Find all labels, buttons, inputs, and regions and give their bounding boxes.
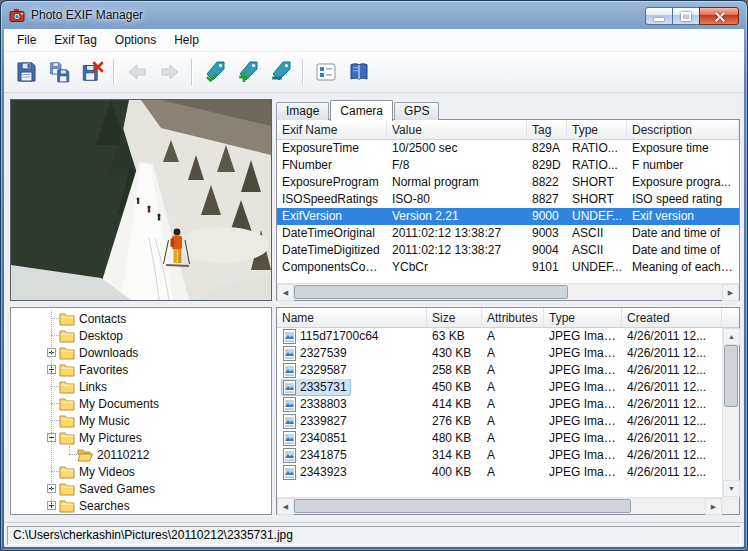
exif-cell-value: Normal program (387, 174, 527, 191)
tree-item-my-documents[interactable]: My Documents (11, 395, 271, 412)
undo-button[interactable] (120, 56, 153, 88)
exif-column-exif-name[interactable]: Exif Name (277, 120, 387, 139)
file-row[interactable]: 2341875314 KBAJPEG Image4/26/2011 12... (277, 447, 739, 464)
edit-tag-button[interactable] (198, 56, 231, 88)
folder-icon (59, 397, 75, 411)
file-row[interactable]: 115d71700c6463 KBAJPEG Image4/26/2011 12… (277, 328, 739, 345)
file-row[interactable]: 2327539430 KBAJPEG Image4/26/2011 12... (277, 345, 739, 362)
scrollbar-thumb[interactable] (294, 499, 631, 513)
tab-camera[interactable]: Camera (330, 100, 393, 121)
arrow-down-icon: ▼ (728, 485, 735, 492)
close-button[interactable] (699, 7, 739, 25)
exif-column-tag[interactable]: Tag (527, 120, 567, 139)
tab-gps[interactable]: GPS (394, 102, 439, 120)
exif-row[interactable]: FNumberF/8829DRATIO...F number (277, 157, 739, 174)
scrollbar-thumb[interactable] (724, 345, 738, 407)
file-column-attributes[interactable]: Attributes (482, 308, 544, 327)
file-row[interactable]: 2335731450 KBAJPEG Image4/26/2011 12... (277, 379, 739, 396)
help-book-button[interactable] (342, 56, 375, 88)
exif-cell-description: Exif version (627, 208, 739, 225)
remove-tag-button[interactable] (264, 56, 297, 88)
exif-horizontal-scrollbar[interactable]: ◀ ▶ (277, 283, 739, 300)
tree-item-my-pictures[interactable]: My Pictures (11, 429, 271, 446)
copy-exif-icon (47, 60, 71, 84)
viewer-button[interactable] (309, 56, 342, 88)
undo-icon (125, 60, 149, 84)
tree-item-my-music[interactable]: My Music (11, 412, 271, 429)
file-vertical-scrollbar[interactable]: ▲ ▼ (722, 328, 739, 497)
file-row[interactable]: 2339827276 KBAJPEG Image4/26/2011 12... (277, 413, 739, 430)
delete-exif-button[interactable] (75, 56, 108, 88)
file-cell-type: JPEG Image (544, 362, 622, 379)
file-column-type[interactable]: Type (544, 308, 622, 327)
scrollbar-track[interactable] (294, 498, 705, 514)
titlebar[interactable]: Photo EXIF Manager (1, 1, 747, 29)
tree-guide-stub (51, 471, 61, 472)
folder-tree: Contacts Desktop Downloads Favorites Lin… (10, 307, 272, 515)
exif-column-value[interactable]: Value (387, 120, 527, 139)
file-cell-created: 4/26/2011 12... (622, 464, 722, 481)
tree-item-contacts[interactable]: Contacts (11, 310, 271, 327)
file-row[interactable]: 2343923400 KBAJPEG Image4/26/2011 12... (277, 464, 739, 481)
tree-item-searches[interactable]: Searches (11, 497, 271, 514)
tree-item-desktop[interactable]: Desktop (11, 327, 271, 344)
tree-item-downloads[interactable]: Downloads (11, 344, 271, 361)
menu-exif-tag[interactable]: Exif Tag (45, 30, 105, 51)
file-cell-name: 2338803 (277, 396, 427, 413)
menu-file[interactable]: File (8, 30, 45, 51)
exif-cell-type: ASCII (567, 242, 627, 259)
scroll-down-button[interactable]: ▼ (723, 480, 740, 497)
file-cell-attributes: A (482, 328, 544, 345)
menu-help[interactable]: Help (165, 30, 208, 51)
exif-row[interactable]: ExposureTime10/2500 sec829ARATIO...Expos… (277, 140, 739, 157)
jpeg-file-icon (283, 380, 296, 395)
scroll-right-button[interactable]: ▶ (722, 284, 739, 301)
file-horizontal-scrollbar[interactable]: ◀ ▶ (277, 497, 722, 514)
scrollbar-track[interactable] (723, 345, 739, 480)
scrollbar-corner (722, 497, 739, 514)
arrow-right-icon: ▶ (728, 289, 733, 296)
menu-options[interactable]: Options (106, 30, 165, 51)
scroll-left-button[interactable]: ◀ (277, 284, 294, 301)
copy-exif-button[interactable] (42, 56, 75, 88)
exif-row[interactable]: ISOSpeedRatingsISO-808827SHORTISO speed … (277, 191, 739, 208)
tree-item-label: Favorites (79, 363, 128, 377)
file-name: 2340851 (282, 430, 350, 446)
exif-cell-type: ASCII (567, 225, 627, 242)
folder-open-icon (77, 448, 93, 462)
tree-item-20110212[interactable]: 20110212 (11, 446, 271, 463)
scrollbar-thumb[interactable] (294, 285, 568, 299)
tree-item-saved-games[interactable]: Saved Games (11, 480, 271, 497)
exif-column-type[interactable]: Type (567, 120, 627, 139)
exif-column-description[interactable]: Description (627, 120, 739, 139)
file-column-size[interactable]: Size (427, 308, 482, 327)
scroll-left-button[interactable]: ◀ (277, 498, 294, 515)
file-column-created[interactable]: Created (622, 308, 722, 327)
exif-cell-name: ExifVersion (277, 208, 387, 225)
minimize-button[interactable] (645, 7, 673, 25)
exif-row[interactable]: DateTimeOriginal2011:02:12 13:38:279003A… (277, 225, 739, 242)
redo-button[interactable] (153, 56, 186, 88)
scrollbar-track[interactable] (294, 284, 722, 300)
maximize-button[interactable] (672, 7, 700, 25)
exif-row[interactable]: DateTimeDigitized2011:02:12 13:38:279004… (277, 242, 739, 259)
tree-item-links[interactable]: Links (11, 378, 271, 395)
tree-item-favorites[interactable]: Favorites (11, 361, 271, 378)
save-exif-button[interactable] (9, 56, 42, 88)
scroll-right-button[interactable]: ▶ (705, 498, 722, 515)
file-cell-size: 400 KB (427, 464, 482, 481)
tab-image[interactable]: Image (276, 102, 329, 120)
exif-row[interactable]: ExifVersionVersion 2.219000UNDEF...Exif … (277, 208, 739, 225)
scroll-up-button[interactable]: ▲ (723, 328, 740, 345)
file-column-name[interactable]: Name (277, 308, 427, 327)
tree-item-my-videos[interactable]: My Videos (11, 463, 271, 480)
file-row[interactable]: 2329587258 KBAJPEG Image4/26/2011 12... (277, 362, 739, 379)
jpeg-file-icon (283, 414, 296, 429)
file-row[interactable]: 2340851480 KBAJPEG Image4/26/2011 12... (277, 430, 739, 447)
exif-row[interactable]: ExposureProgramNormal program8822SHORTEx… (277, 174, 739, 191)
tree-item-label: My Music (79, 414, 130, 428)
file-row[interactable]: 2338803414 KBAJPEG Image4/26/2011 12... (277, 396, 739, 413)
add-tag-button[interactable] (231, 56, 264, 88)
exif-row[interactable]: ComponentsConfig...YCbCr9101UNDEF...Mean… (277, 259, 739, 276)
file-cell-attributes: A (482, 447, 544, 464)
